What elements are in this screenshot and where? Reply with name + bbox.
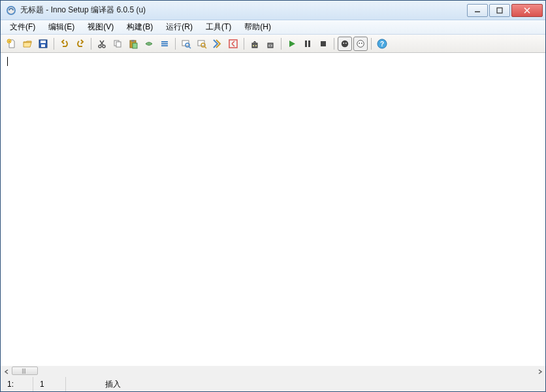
svg-rect-9 <box>41 44 45 47</box>
svg-rect-36 <box>308 41 310 47</box>
svg-point-42 <box>359 42 360 44</box>
find-icon[interactable] <box>179 37 193 51</box>
scroll-track[interactable] <box>12 366 534 377</box>
copy-icon[interactable] <box>110 37 125 51</box>
toolbar-separator <box>281 38 281 50</box>
svg-rect-18 <box>133 43 137 48</box>
svg-text:?: ? <box>380 41 384 48</box>
registry-designer-icon[interactable] <box>353 37 368 51</box>
window-controls <box>467 4 543 17</box>
redo-icon[interactable] <box>73 37 88 51</box>
svg-rect-17 <box>131 40 135 42</box>
status-mode: 插入 <box>66 377 127 391</box>
window-title: 无标题 - Inno Setup 编译器 6.0.5 (u) <box>20 5 467 16</box>
paste-icon[interactable] <box>126 37 140 51</box>
stop-icon[interactable] <box>316 37 330 51</box>
target-icon[interactable] <box>248 37 262 51</box>
toolbar: ✦ ? <box>1 35 545 53</box>
delete-icon[interactable] <box>142 37 156 51</box>
toolbar-separator <box>371 38 372 50</box>
svg-line-24 <box>189 46 191 48</box>
svg-rect-2 <box>497 8 502 13</box>
pause-icon[interactable] <box>300 37 315 51</box>
svg-rect-8 <box>40 41 46 43</box>
open-file-icon[interactable] <box>20 37 35 51</box>
menu-build[interactable]: 构建(B) <box>120 20 159 34</box>
save-icon[interactable] <box>36 37 50 51</box>
app-icon <box>6 5 16 16</box>
run-icon[interactable] <box>285 37 299 51</box>
svg-point-11 <box>103 45 105 48</box>
minimize-button[interactable] <box>467 4 488 17</box>
app-window: 无标题 - Inno Setup 编译器 6.0.5 (u) 文件(F) 编辑(… <box>0 0 546 392</box>
toolbar-separator <box>244 38 244 50</box>
options-icon[interactable] <box>263 37 278 51</box>
svg-point-33 <box>268 45 270 46</box>
replace-icon[interactable] <box>195 37 209 51</box>
menubar: 文件(F) 编辑(E) 视图(V) 构建(B) 运行(R) 工具(T) 帮助(H… <box>1 20 545 35</box>
stop-compile-icon[interactable] <box>226 37 240 51</box>
msgbox-designer-icon[interactable] <box>338 37 352 51</box>
compile-icon[interactable] <box>210 37 225 51</box>
new-file-icon[interactable]: ✦ <box>5 37 19 51</box>
svg-point-30 <box>253 45 254 46</box>
toolbar-separator <box>91 38 91 50</box>
undo-icon[interactable] <box>57 37 72 51</box>
svg-point-38 <box>342 40 349 47</box>
scroll-left-arrow[interactable] <box>1 366 12 377</box>
svg-line-27 <box>204 46 206 48</box>
text-cursor <box>7 57 8 66</box>
titlebar: 无标题 - Inno Setup 编译器 6.0.5 (u) <box>1 1 545 20</box>
svg-point-39 <box>343 42 344 44</box>
menu-help[interactable]: 帮助(H) <box>238 20 278 34</box>
menu-run[interactable]: 运行(R) <box>159 20 199 34</box>
scroll-right-arrow[interactable] <box>534 366 545 377</box>
help-icon[interactable]: ? <box>375 37 389 51</box>
toolbar-separator <box>334 38 334 50</box>
menu-file[interactable]: 文件(F) <box>3 20 42 34</box>
svg-text:✦: ✦ <box>8 39 10 43</box>
cut-icon[interactable] <box>95 37 109 51</box>
svg-point-0 <box>7 7 15 14</box>
svg-point-43 <box>361 42 362 44</box>
svg-point-34 <box>271 45 272 46</box>
statusbar: 1: 1 插入 <box>1 377 545 391</box>
editor-area[interactable] <box>1 53 545 366</box>
menu-tools[interactable]: 工具(T) <box>199 20 238 34</box>
svg-rect-35 <box>305 41 307 47</box>
svg-point-10 <box>99 45 101 48</box>
toolbar-separator <box>54 38 54 50</box>
svg-point-41 <box>357 40 364 47</box>
menu-view[interactable]: 视图(V) <box>81 20 120 34</box>
svg-point-40 <box>345 42 347 44</box>
select-all-icon[interactable] <box>157 37 172 51</box>
horizontal-scrollbar[interactable] <box>1 366 545 377</box>
menu-edit[interactable]: 编辑(E) <box>42 20 81 34</box>
svg-rect-15 <box>116 42 121 47</box>
toolbar-separator <box>175 38 176 50</box>
svg-rect-28 <box>229 40 237 48</box>
svg-rect-37 <box>321 41 326 46</box>
close-button[interactable] <box>511 4 543 17</box>
svg-point-31 <box>255 45 257 46</box>
maximize-button[interactable] <box>489 4 510 17</box>
status-column: 1 <box>33 377 66 391</box>
scroll-thumb[interactable] <box>12 367 38 375</box>
status-line: 1: <box>1 377 33 391</box>
